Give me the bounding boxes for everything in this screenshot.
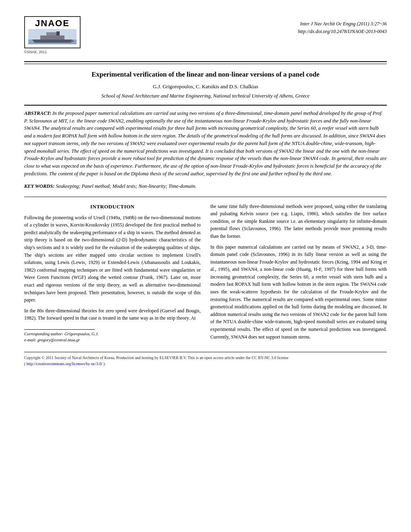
footer: Copyright © 2011 Society of Naval Archit… <box>24 352 387 367</box>
journal-info: Inter J Nav Archit Oc Engng (2011) 3:27~… <box>298 16 387 35</box>
footnote-line2: e-mail: gregory@central.ntua.gr <box>24 337 201 343</box>
divider-body <box>24 197 387 197</box>
intro-p4: In this paper numerical calculations are… <box>210 243 387 341</box>
divider-abstract-top <box>24 105 387 106</box>
abstract-text: In the proposed paper numerical calculat… <box>24 110 387 177</box>
keywords-label: KEY WORDS: <box>24 183 54 189</box>
intro-p3: the same time fully three-dimensional me… <box>210 203 387 240</box>
footer-license-link[interactable]: http://creativecommons.org/licenses/by-n… <box>27 362 102 366</box>
journal-doi: http://dx.doi.org/10.2478/IJNAOE-2013-00… <box>298 28 387 35</box>
affiliation: School of Naval Architecture and Marine … <box>24 93 387 99</box>
journal-ref: Inter J Nav Archit Oc Engng (2011) 3:27~… <box>298 20 387 28</box>
authors: G.J. Grigoropoulos, C. Katsikis and D.S.… <box>24 83 387 90</box>
paper-title: Experimental verification of the linear … <box>24 70 387 79</box>
intro-p2: In the 80s three-dimensional theories fo… <box>24 307 201 322</box>
copyright-logo: ©SNAK, 2011 <box>24 50 89 54</box>
logo-ship-image <box>28 29 77 44</box>
header: JNAOE <box>24 16 387 54</box>
intro-title: INTRODUCTION <box>24 203 201 211</box>
intro-p1: Following the pioneering works of Ursell… <box>24 214 201 304</box>
footnote-divider <box>24 329 95 330</box>
abstract-section: ABSTRACT: In the proposed paper numerica… <box>24 110 387 178</box>
body-columns: INTRODUCTION Following the pioneering wo… <box>24 203 387 344</box>
keywords-section: KEY WORDS: Seakeeping; Panel method; Mod… <box>24 183 387 189</box>
col-right: the same time fully three-dimensional me… <box>210 203 387 344</box>
svg-rect-5 <box>56 31 60 35</box>
col-left: INTRODUCTION Following the pioneering wo… <box>24 203 201 344</box>
footer-paren-close: ). <box>102 362 106 366</box>
logo-area: JNAOE <box>24 16 89 54</box>
footnote-line1: Corresponding author: Grigoropoulos, G.J… <box>24 331 201 337</box>
divider-top <box>24 61 387 62</box>
logo-letters: JNAOE <box>35 19 70 28</box>
divider-thin <box>24 64 387 64</box>
svg-marker-2 <box>32 39 73 43</box>
footer-copyright: Copyright © 2011 Society of Naval Archit… <box>24 355 289 360</box>
logo-box: JNAOE <box>24 16 81 48</box>
svg-rect-3 <box>40 35 64 39</box>
abstract-label: ABSTRACT: <box>24 110 51 116</box>
page: JNAOE <box>0 0 411 532</box>
footnote: Corresponding author: Grigoropoulos, G.J… <box>24 331 201 343</box>
keywords-text: Seakeeping; Panel method; Model tests; N… <box>54 183 196 189</box>
